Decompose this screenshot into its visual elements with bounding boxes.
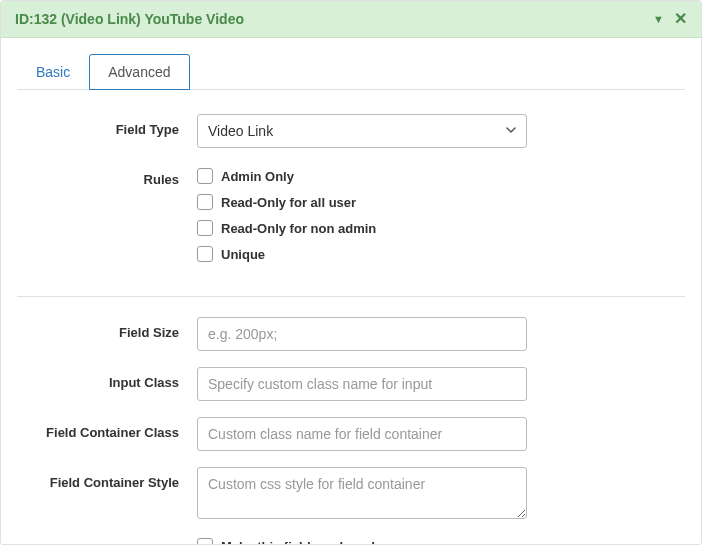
- label-read-only-non-admin[interactable]: Read-Only for non admin: [221, 221, 376, 236]
- section-divider: [17, 296, 685, 297]
- input-class-input[interactable]: [197, 367, 527, 401]
- label-read-only-all[interactable]: Read-Only for all user: [221, 195, 356, 210]
- row-shared: Make this field as shared: [17, 538, 685, 545]
- label-admin-only[interactable]: Admin Only: [221, 169, 294, 184]
- label-field-size: Field Size: [17, 317, 197, 340]
- form-section-bottom: Field Size Input Class Field Container C…: [17, 317, 685, 545]
- checkbox-admin-only[interactable]: [197, 168, 213, 184]
- container-class-input[interactable]: [197, 417, 527, 451]
- rule-read-only-all: Read-Only for all user: [197, 194, 527, 210]
- panel-header: ID:132 (Video Link) YouTube Video ▼ ✕: [1, 1, 701, 38]
- rule-unique: Unique: [197, 246, 527, 262]
- label-input-class: Input Class: [17, 367, 197, 390]
- row-container-class: Field Container Class: [17, 417, 685, 451]
- checkbox-unique[interactable]: [197, 246, 213, 262]
- panel-body: Basic Advanced Field Type Video Link: [1, 38, 701, 545]
- form-section-top: Field Type Video Link Rules: [17, 114, 685, 284]
- row-rules: Rules Admin Only Read-Only for all user: [17, 164, 685, 262]
- label-unique[interactable]: Unique: [221, 247, 265, 262]
- rule-read-only-non-admin: Read-Only for non admin: [197, 220, 527, 236]
- tab-advanced[interactable]: Advanced: [89, 54, 189, 90]
- panel-title: ID:132 (Video Link) YouTube Video: [15, 11, 244, 27]
- label-container-style: Field Container Style: [17, 467, 197, 490]
- row-container-style: Field Container Style: [17, 467, 685, 522]
- label-shared[interactable]: Make this field as shared: [221, 539, 375, 546]
- label-rules: Rules: [17, 164, 197, 187]
- settings-panel: ID:132 (Video Link) YouTube Video ▼ ✕ Ba…: [0, 0, 702, 545]
- checkbox-read-only-all[interactable]: [197, 194, 213, 210]
- row-field-size: Field Size: [17, 317, 685, 351]
- rule-admin-only: Admin Only: [197, 168, 527, 184]
- label-container-class: Field Container Class: [17, 417, 197, 440]
- container-style-textarea[interactable]: [197, 467, 527, 519]
- close-icon[interactable]: ✕: [674, 11, 687, 27]
- row-field-type: Field Type Video Link: [17, 114, 685, 148]
- panel-controls: ▼ ✕: [653, 11, 687, 27]
- rules-checkbox-group: Admin Only Read-Only for all user Read-O…: [197, 164, 527, 262]
- checkbox-read-only-non-admin[interactable]: [197, 220, 213, 236]
- tab-basic[interactable]: Basic: [17, 54, 89, 90]
- field-size-input[interactable]: [197, 317, 527, 351]
- row-input-class: Input Class: [17, 367, 685, 401]
- checkbox-shared[interactable]: [197, 538, 213, 545]
- collapse-icon[interactable]: ▼: [653, 14, 664, 25]
- label-field-type: Field Type: [17, 114, 197, 137]
- tabs: Basic Advanced: [17, 54, 685, 90]
- field-type-select[interactable]: Video Link: [197, 114, 527, 148]
